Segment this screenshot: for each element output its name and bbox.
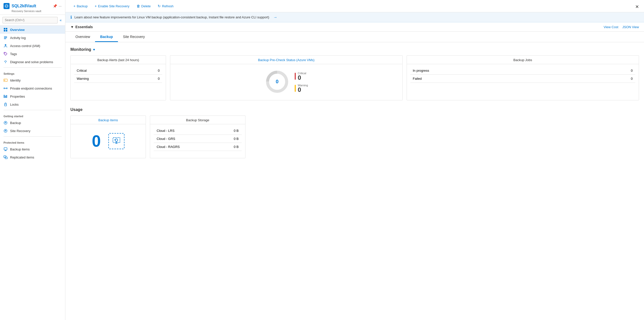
svg-rect-1 — [4, 28, 5, 29]
svg-rect-32 — [114, 139, 116, 140]
enable-site-recovery-plus-icon: + — [95, 4, 97, 8]
sidebar-item-activity-log-label: Activity log — [10, 36, 26, 40]
svg-point-13 — [4, 88, 5, 89]
alert-critical-value: 0 — [137, 67, 162, 75]
critical-info: Critical 0 — [298, 72, 306, 81]
svg-rect-22 — [4, 148, 7, 150]
essentials-chevron-icon: ▼ — [70, 25, 74, 29]
tab-site-recovery[interactable]: Site Recovery — [118, 32, 150, 42]
sidebar-item-replicated-items-label: Replicated items — [10, 155, 34, 159]
window-close-button[interactable]: ✕ — [635, 4, 639, 10]
backup-storage-card: Backup Storage Cloud - LRS 0 B Cloud - G… — [150, 115, 245, 158]
precheck-title[interactable]: Backup Pre-Check Status (Azure VMs) — [170, 56, 402, 64]
sidebar-item-overview-label: Overview — [10, 28, 25, 32]
precheck-body: 0 Critical 0 — [170, 64, 402, 100]
replicated-items-icon — [4, 155, 8, 159]
jobs-in-progress-value: 0 — [581, 67, 635, 75]
alert-critical-label: Critical — [74, 67, 137, 75]
tags-icon — [4, 52, 8, 56]
enable-site-recovery-button[interactable]: + Enable Site Recovery — [92, 3, 133, 10]
essentials-label: Essentials — [75, 25, 93, 29]
backup-storage-body: Cloud - LRS 0 B Cloud - GRS 0 B Cloud - … — [150, 124, 245, 153]
backup-items-count: 0 — [92, 132, 101, 150]
svg-text:0: 0 — [276, 79, 278, 84]
svg-point-8 — [5, 44, 6, 46]
essentials-toggle-button[interactable]: ▼ Essentials — [70, 25, 93, 29]
sidebar-item-properties[interactable]: Properties — [0, 92, 65, 100]
svg-point-12 — [4, 80, 5, 81]
pin-icon[interactable]: 📌 — [53, 4, 57, 8]
backup-alerts-body: Critical 0 Warning 0 — [71, 64, 166, 85]
sidebar-item-private-endpoints[interactable]: Private endpoint connections — [0, 84, 65, 92]
cloud-ragrs-label: Cloud - RAGRS — [154, 143, 218, 151]
sidebar-item-diagnose[interactable]: Diagnose and solve problems — [0, 58, 65, 66]
sidebar-item-locks[interactable]: Locks — [0, 100, 65, 108]
site-recovery-icon — [4, 129, 8, 133]
sidebar-item-private-endpoints-label: Private endpoint connections — [10, 87, 52, 90]
collapse-sidebar-button[interactable]: « — [59, 17, 63, 23]
search-input[interactable] — [3, 17, 58, 23]
banner-arrow-icon[interactable]: → — [273, 15, 277, 20]
sidebar-item-access-control[interactable]: Access control (IAM) — [0, 42, 65, 50]
view-cost-link[interactable]: View Cost — [604, 25, 618, 29]
sidebar: SQL2k8Vault 📌 ··· Recovery Services vaul… — [0, 0, 65, 320]
sidebar-item-backup-items[interactable]: Backup items — [0, 145, 65, 153]
sidebar-item-replicated-items[interactable]: Replicated items — [0, 153, 65, 161]
activity-log-icon — [4, 36, 8, 40]
cloud-grs-value: 0 B — [218, 135, 242, 143]
properties-icon — [4, 94, 8, 98]
cloud-grs-label: Cloud - GRS — [154, 135, 218, 143]
storage-table: Cloud - LRS 0 B Cloud - GRS 0 B Cloud - … — [154, 127, 242, 151]
tab-backup[interactable]: Backup — [95, 32, 118, 42]
divider-protected — [4, 136, 62, 137]
sidebar-item-tags-label: Tags — [10, 52, 17, 56]
critical-count: 0 — [298, 75, 306, 81]
sidebar-item-site-recovery-label: Site Recovery — [10, 129, 30, 133]
backup-items-card: Backup items 0 — [70, 115, 146, 158]
sidebar-item-overview[interactable]: Overview — [0, 26, 65, 34]
warning-count: 0 — [298, 87, 308, 93]
tab-overview[interactable]: Overview — [70, 32, 95, 42]
svg-rect-4 — [6, 30, 7, 31]
private-endpoints-icon — [4, 86, 8, 90]
tabs-container: Overview Backup Site Recovery — [65, 32, 644, 42]
sidebar-item-diagnose-label: Diagnose and solve problems — [10, 60, 53, 64]
sidebar-item-site-recovery[interactable]: Site Recovery — [0, 127, 65, 135]
svg-rect-3 — [4, 30, 5, 31]
critical-bar — [295, 73, 296, 80]
backup-storage-title: Backup Storage — [150, 116, 245, 124]
legend-critical: Critical 0 — [295, 72, 308, 81]
table-row: Failed 0 — [410, 75, 635, 83]
identity-icon — [4, 78, 8, 82]
main-content: + Backup + Enable Site Recovery 🗑 Delete… — [65, 0, 644, 320]
more-icon[interactable]: ··· — [59, 4, 62, 8]
resource-title: SQL2k8Vault — [4, 3, 36, 9]
table-row: In progress 0 — [410, 67, 635, 75]
warning-info: Warning 0 — [298, 84, 308, 93]
sidebar-item-tags[interactable]: Tags — [0, 50, 65, 58]
backup-alerts-card: Backup Alerts (last 24 hours) Critical 0… — [70, 55, 166, 100]
refresh-button[interactable]: ↻ Refresh — [155, 3, 177, 10]
overview-icon — [4, 28, 8, 32]
delete-button[interactable]: 🗑 Delete — [134, 3, 154, 10]
backup-button[interactable]: + Backup — [70, 3, 91, 10]
table-row: Cloud - GRS 0 B — [154, 135, 242, 143]
sidebar-item-identity[interactable]: Identity — [0, 76, 65, 84]
sidebar-item-activity-log[interactable]: Activity log — [0, 34, 65, 42]
sidebar-header: SQL2k8Vault 📌 ··· Recovery Services vaul… — [0, 0, 65, 15]
alert-warning-label: Warning — [74, 75, 137, 83]
content-area: ▼ Essentials View Cost JSON View Overvie… — [65, 22, 644, 320]
backup-gs-icon — [4, 121, 8, 125]
info-icon: ℹ — [70, 15, 72, 20]
legend-warning: Warning 0 — [295, 84, 308, 93]
locks-icon — [4, 102, 8, 106]
sidebar-item-backup-gs[interactable]: Backup — [0, 119, 65, 127]
sidebar-item-properties-label: Properties — [10, 95, 25, 98]
json-view-link[interactable]: JSON View — [622, 25, 639, 29]
refresh-icon: ↻ — [158, 4, 161, 8]
backup-jobs-card: Backup Jobs In progress 0 Failed 0 — [407, 55, 639, 100]
sidebar-nav: Overview Activity log Access control (IA… — [0, 26, 65, 320]
backup-items-card-title[interactable]: Backup items — [71, 116, 146, 124]
svg-point-9 — [5, 53, 5, 54]
donut-legend: Critical 0 Warning 0 — [295, 72, 308, 93]
